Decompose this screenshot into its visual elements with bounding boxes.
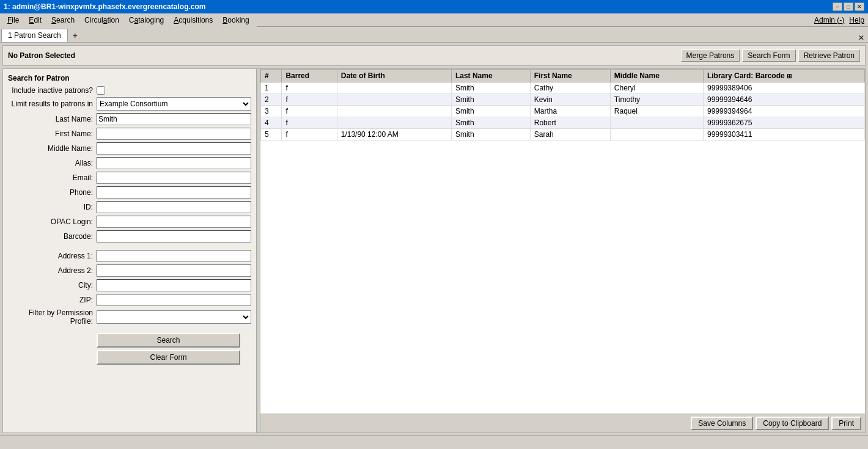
table-cell (337, 117, 451, 129)
col-middle: Middle Name (610, 70, 703, 82)
id-label: ID: (8, 203, 97, 211)
table-row[interactable]: 2fSmithKevinTimothy99999394646 (261, 94, 865, 106)
menu-circulation[interactable]: Circulation (79, 15, 124, 26)
menu-edit[interactable]: Edit (24, 15, 46, 26)
limit-results-row: Limit results to patrons in Example Cons… (8, 97, 251, 111)
table-cell: 1 (261, 82, 282, 94)
barcode-label: Barcode: (8, 232, 97, 241)
middle-name-label: Middle Name: (8, 144, 97, 153)
col-dob: Date of Birth (337, 70, 451, 82)
id-row: ID: (8, 201, 251, 213)
table-cell: f (282, 106, 337, 117)
info-buttons: Merge Patrons Search Form Retrieve Patro… (681, 49, 860, 62)
action-buttons: Search Clear Form (8, 333, 251, 365)
tab-close-icon[interactable]: ✕ (856, 34, 867, 42)
limit-results-select[interactable]: Example Consortium (97, 97, 251, 111)
print-button[interactable]: Print (831, 417, 861, 430)
table-cell: Timothy (610, 94, 703, 106)
menu-booking[interactable]: Booking (218, 15, 254, 26)
table-cell (610, 129, 703, 141)
table-cell: 99999394646 (703, 94, 864, 106)
zip-label: ZIP: (8, 296, 97, 304)
results-table: # Barred Date of Birth Last Name First N… (260, 69, 865, 141)
search-button[interactable]: Search (97, 333, 240, 348)
id-input[interactable] (97, 201, 251, 213)
results-footer: Save Columns Copy to Clipboard Print (260, 414, 865, 433)
include-inactive-checkbox[interactable] (97, 86, 105, 95)
middle-name-input[interactable] (97, 142, 251, 155)
tab-patron-search[interactable]: 1 Patron Search (1, 29, 68, 42)
table-cell: Smith (451, 117, 530, 129)
address2-row: Address 2: (8, 265, 251, 277)
clear-form-button[interactable]: Clear Form (97, 350, 240, 365)
maximize-button[interactable]: □ (844, 2, 853, 11)
first-name-row: First Name: (8, 128, 251, 140)
email-input[interactable] (97, 172, 251, 184)
info-bar: No Patron Selected Merge Patrons Search … (2, 45, 866, 66)
city-row: City: (8, 279, 251, 291)
table-cell: 99999394964 (703, 106, 864, 117)
table-cell: f (282, 117, 337, 129)
last-name-label: Last Name: (8, 115, 97, 123)
menu-acquisitions[interactable]: Acquisitions (169, 15, 218, 26)
tab-bar: 1 Patron Search + ✕ (0, 27, 868, 43)
table-cell: Smith (451, 82, 530, 94)
zip-input[interactable] (97, 294, 251, 306)
limit-results-label: Limit results to patrons in (8, 100, 97, 108)
city-label: City: (8, 281, 97, 290)
table-cell: 99999362675 (703, 117, 864, 129)
menu-search[interactable]: Search (46, 15, 79, 26)
first-name-input[interactable] (97, 128, 251, 140)
table-row[interactable]: 3fSmithMarthaRaquel99999394964 (261, 106, 865, 117)
merge-patrons-button[interactable]: Merge Patrons (681, 49, 740, 62)
title-bar: 1: admin@BR1-winxpvmfx.phasefx.evergreen… (0, 0, 868, 13)
window-title: 1: admin@BR1-winxpvmfx.phasefx.evergreen… (4, 2, 205, 11)
search-form-button[interactable]: Search Form (742, 49, 795, 62)
save-columns-button[interactable]: Save Columns (691, 417, 753, 430)
close-button[interactable]: ✕ (855, 2, 864, 11)
address1-input[interactable] (97, 250, 251, 262)
window-controls: − □ ✕ (833, 2, 864, 11)
table-cell: Smith (451, 129, 530, 141)
table-row[interactable]: 4fSmithRobert99999362675 (261, 117, 865, 129)
table-cell: Smith (451, 94, 530, 106)
table-cell: Cathy (530, 82, 610, 94)
tab-add-button[interactable]: + (68, 29, 83, 42)
include-inactive-label: Include inactive patrons? (8, 86, 97, 95)
table-row[interactable]: 5f1/13/90 12:00 AMSmithSarah99999303411 (261, 129, 865, 141)
table-row[interactable]: 1fSmithCathyCheryl99999389406 (261, 82, 865, 94)
permission-profile-select[interactable] (97, 310, 251, 324)
col-barred: Barred (282, 70, 337, 82)
resize-col-icon[interactable]: ⊞ (787, 73, 792, 79)
address2-input[interactable] (97, 265, 251, 277)
table-cell: Martha (530, 106, 610, 117)
content-area: Search for Patron Include inactive patro… (2, 68, 866, 433)
table-cell: 2 (261, 94, 282, 106)
minimize-button[interactable]: − (833, 2, 842, 11)
table-cell (337, 106, 451, 117)
opac-login-input[interactable] (97, 216, 251, 228)
zip-row: ZIP: (8, 294, 251, 306)
table-cell: f (282, 129, 337, 141)
status-bar (0, 436, 868, 449)
table-cell: 5 (261, 129, 282, 141)
search-panel-title: Search for Patron (8, 74, 251, 82)
alias-input[interactable] (97, 157, 251, 169)
retrieve-patron-button[interactable]: Retrieve Patron (798, 49, 860, 62)
table-cell: Cheryl (610, 82, 703, 94)
opac-login-label: OPAC Login: (8, 217, 97, 226)
email-row: Email: (8, 172, 251, 184)
copy-clipboard-button[interactable]: Copy to Clipboard (756, 417, 829, 430)
table-cell: 99999389406 (703, 82, 864, 94)
admin-help[interactable]: Help (849, 16, 864, 24)
last-name-input[interactable] (97, 113, 251, 125)
middle-name-row: Middle Name: (8, 142, 251, 155)
menu-cataloging[interactable]: Cataloging (124, 15, 169, 26)
phone-input[interactable] (97, 186, 251, 199)
table-cell: Robert (530, 117, 610, 129)
admin-user[interactable]: Admin (-) (814, 16, 844, 24)
barcode-row: Barcode: (8, 230, 251, 243)
barcode-input[interactable] (97, 230, 251, 243)
menu-file[interactable]: File (2, 15, 24, 26)
city-input[interactable] (97, 279, 251, 291)
